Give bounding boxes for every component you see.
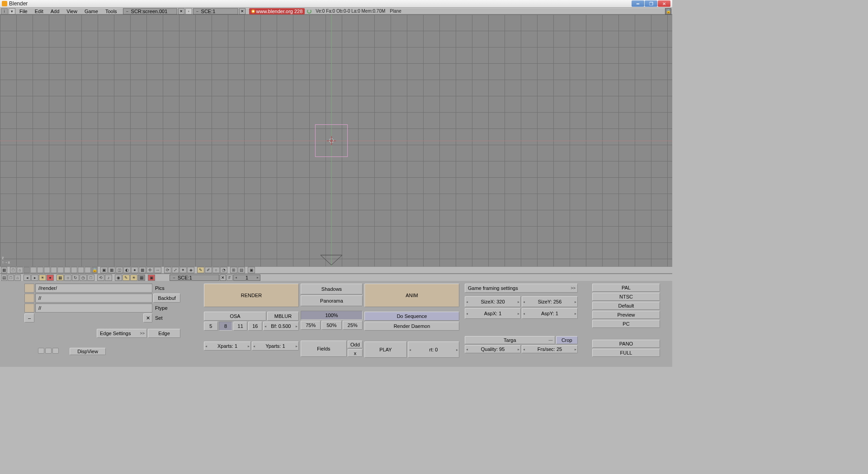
pct-50-button[interactable]: 50%: [321, 321, 341, 330]
pics-path-input[interactable]: //render/: [35, 284, 152, 293]
osa-button[interactable]: OSA: [204, 312, 266, 321]
draw-wire-icon[interactable]: ◫: [116, 267, 123, 273]
draw-textured-icon[interactable]: ▦: [139, 267, 146, 273]
sizex-field[interactable]: SizeX: 320: [465, 296, 521, 307]
layer-6-button[interactable]: [57, 267, 64, 273]
odd-button[interactable]: Odd: [348, 341, 363, 348]
render-button[interactable]: RENDER: [204, 284, 299, 307]
rt-field[interactable]: rt: 0: [408, 341, 459, 358]
layer-lock-icon[interactable]: 🔒: [91, 267, 98, 273]
layer-9-button[interactable]: [78, 267, 84, 273]
quality-field[interactable]: Quality: 95: [465, 345, 521, 353]
widget-1-icon[interactable]: ✦: [179, 267, 187, 273]
context-scene-icon[interactable]: ▦: [138, 275, 145, 281]
fields-button[interactable]: Fields: [301, 341, 347, 357]
mblur-button[interactable]: MBLUR: [267, 312, 299, 321]
menu-game[interactable]: Game: [81, 9, 101, 14]
context-edit-icon[interactable]: ↻: [72, 275, 79, 281]
pano-button[interactable]: PANO: [592, 340, 660, 348]
move-icon[interactable]: ↔: [154, 267, 161, 273]
context-view-icon[interactable]: ◂: [24, 275, 31, 281]
backbuf-path-input[interactable]: //: [35, 294, 152, 303]
context-real-icon[interactable]: ☼: [64, 275, 71, 281]
menu-file[interactable]: File: [16, 9, 31, 14]
context-constraint-icon[interactable]: □: [87, 275, 94, 281]
render-daemon-button[interactable]: Render Daemon: [364, 322, 459, 331]
mode-object-icon[interactable]: ✎: [197, 267, 204, 273]
pivot-icon[interactable]: ✢: [146, 267, 154, 273]
buttons-scene-delete[interactable]: ✕: [220, 275, 226, 281]
scene-delete-button[interactable]: ✕: [239, 8, 245, 14]
screen-delete-button[interactable]: ✕: [178, 8, 184, 14]
context-radio-icon[interactable]: ✎: [123, 275, 130, 281]
context-texture-icon[interactable]: ●: [47, 275, 54, 281]
window-minimize-button[interactable]: ━: [632, 0, 644, 7]
context-world-icon[interactable]: ◷: [80, 275, 87, 281]
screen-selector[interactable]: – SCR:screen.001: [123, 8, 177, 14]
copy-menu-icon[interactable]: ▤: [238, 267, 245, 273]
context-display-icon[interactable]: ☀: [130, 275, 137, 281]
play-button[interactable]: PLAY: [364, 341, 407, 358]
context-sound-icon[interactable]: ⟲: [97, 275, 104, 281]
3d-viewport[interactable]: z↑→x: [0, 14, 672, 266]
context-material-icon[interactable]: ☀: [39, 275, 46, 281]
layer-4-button[interactable]: [44, 267, 50, 273]
aspx-field[interactable]: AspX: 1: [465, 308, 521, 319]
sizey-field[interactable]: SizeY: 256: [522, 296, 578, 307]
dispview-button[interactable]: DispView: [70, 348, 106, 355]
window-maximize-button[interactable]: ❐: [645, 0, 657, 7]
osa-16-button[interactable]: 16: [248, 322, 262, 331]
pct-75-button[interactable]: 75%: [301, 321, 321, 330]
anim-button[interactable]: ANIM: [364, 284, 459, 307]
set-clear-button[interactable]: ✕: [143, 313, 152, 322]
context-script-icon[interactable]: ♪: [105, 275, 112, 281]
buttons-window-type-icon[interactable]: ▤: [1, 275, 7, 281]
buttons-fullscreen-icon[interactable]: □: [8, 275, 14, 281]
panorama-button[interactable]: Panorama: [301, 295, 363, 306]
game-framing-menu[interactable]: Game framing settings>>: [465, 284, 578, 293]
backbuf-button[interactable]: Backbuf: [153, 294, 180, 303]
layer-1-button[interactable]: [24, 267, 30, 273]
set-dash-button[interactable]: –: [24, 313, 34, 322]
ftype-path-input[interactable]: //: [35, 303, 152, 313]
pal-button[interactable]: PAL: [592, 284, 660, 292]
buttons-render-icon[interactable]: ▣: [148, 275, 155, 281]
window-type-3dview-icon[interactable]: ▦: [1, 267, 7, 273]
pct-25-button[interactable]: 25%: [343, 321, 363, 330]
menu-tools[interactable]: Tools: [102, 9, 120, 14]
frssec-field[interactable]: Frs/sec: 25: [522, 345, 578, 353]
mode-edit-icon[interactable]: ✐: [205, 267, 212, 273]
screen-add-button[interactable]: ▫: [185, 8, 192, 14]
buttons-scene-selector[interactable]: – SCE:1: [170, 275, 219, 281]
local-view-icon[interactable]: ▣: [100, 267, 108, 273]
backbuf-swatch[interactable]: [24, 294, 34, 303]
falloff-icon[interactable]: ◔: [220, 267, 227, 273]
pics-swatch[interactable]: [24, 284, 34, 293]
window-type-icon[interactable]: i: [1, 8, 8, 14]
draw-solid-icon[interactable]: ◐: [123, 267, 131, 273]
field-x-button[interactable]: x: [348, 349, 363, 357]
edge-button[interactable]: Edge: [148, 329, 180, 338]
blender-url-badge[interactable]: www.blender.org 228: [249, 8, 305, 14]
default-button[interactable]: Default: [592, 302, 660, 310]
context-lamp-icon[interactable]: ▸: [31, 275, 38, 281]
context-render2-icon[interactable]: ◉: [115, 275, 122, 281]
layer-2-button[interactable]: [30, 267, 37, 273]
lock-icon[interactable]: 🔒: [665, 8, 671, 14]
scene-selector[interactable]: – SCE:1: [193, 8, 238, 14]
buttons-f-button[interactable]: F: [226, 275, 233, 281]
disp-toggle-1[interactable]: [38, 348, 44, 354]
layer-3-button[interactable]: [37, 267, 43, 273]
format-menu[interactable]: Targa—: [465, 336, 555, 344]
header-expand-icon[interactable]: ▾: [9, 8, 15, 14]
layer-10-button[interactable]: [85, 267, 91, 273]
layer-5-button[interactable]: [51, 267, 57, 273]
bf-field[interactable]: Bf: 0.500: [263, 322, 299, 331]
window-close-button[interactable]: ✕: [658, 0, 670, 7]
shadows-button[interactable]: Shadows: [301, 284, 363, 294]
do-sequence-button[interactable]: Do Sequence: [364, 312, 459, 321]
draw-shaded-icon[interactable]: ●: [131, 267, 138, 273]
menu-edit[interactable]: Edit: [32, 9, 47, 14]
disp-toggle-3[interactable]: [52, 348, 59, 354]
camera-object[interactable]: [320, 254, 343, 266]
